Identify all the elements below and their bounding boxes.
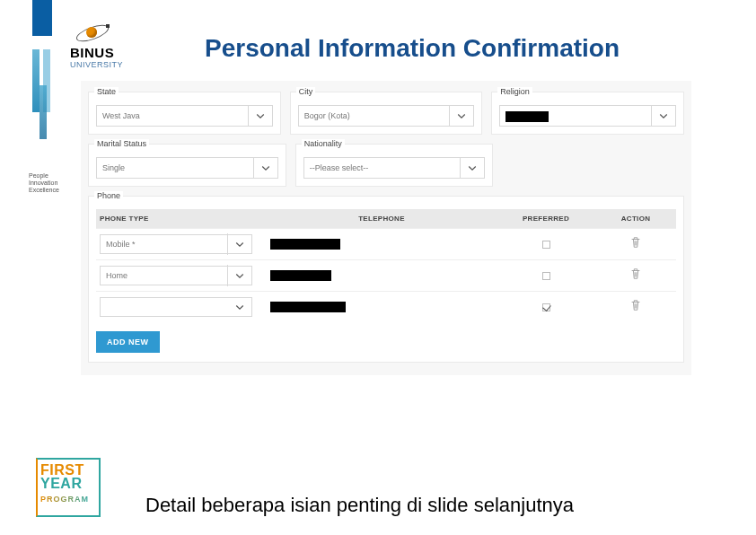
select-phone-type[interactable]: Home xyxy=(100,266,252,285)
label-state: State xyxy=(94,87,119,96)
spacer xyxy=(502,144,684,187)
satellite-icon xyxy=(75,22,113,45)
field-state: State West Java xyxy=(88,92,281,135)
chevron-down-icon xyxy=(652,110,675,121)
label-phone: Phone xyxy=(94,191,123,200)
select-value: Bogor (Kota) xyxy=(299,105,451,127)
field-city: City Bogor (Kota) xyxy=(290,92,483,135)
logo-name: BINUS xyxy=(70,45,160,60)
select-value: Mobile * xyxy=(101,233,228,255)
preferred-checkbox[interactable] xyxy=(542,272,550,280)
select-phone-type[interactable]: Mobile * xyxy=(100,234,252,254)
label-religion: Religion xyxy=(497,87,532,96)
form-panel: State West Java City Bogor (Kota) Religi… xyxy=(81,81,691,375)
phone-section: Phone PHONE TYPE TELEPHONE PREFERRED ACT… xyxy=(88,196,684,363)
chevron-down-icon xyxy=(461,162,484,173)
binus-logo: BINUS UNIVERSITY xyxy=(70,22,160,69)
select-state[interactable]: West Java xyxy=(96,105,273,127)
field-religion: Religion xyxy=(491,92,684,135)
select-value: Home xyxy=(101,265,228,286)
th-preferred: PREFERRED xyxy=(497,209,595,228)
select-nationality[interactable]: --Please select-- xyxy=(303,157,486,179)
select-value: Single xyxy=(97,157,254,179)
chevron-down-icon xyxy=(254,162,277,173)
page-title: Personal Information Confirmation xyxy=(205,34,620,63)
first-year-program-logo: FIRST YEAR PROGRAM xyxy=(36,458,101,517)
side-caption: People Innovation Excellence xyxy=(29,172,70,194)
table-row: Mobile * xyxy=(96,228,676,259)
add-new-button[interactable]: ADD NEW xyxy=(96,331,160,353)
redacted-text xyxy=(270,270,331,281)
footnote-text: Detail beberapa isian penting di slide s… xyxy=(145,494,574,517)
th-phone-type: PHONE TYPE xyxy=(96,209,267,228)
label-nationality: Nationality xyxy=(302,139,345,148)
chevron-down-icon xyxy=(450,110,473,121)
table-row xyxy=(96,291,676,322)
select-religion[interactable] xyxy=(499,105,676,127)
field-marital: Marital Status Single xyxy=(88,144,286,187)
select-marital[interactable]: Single xyxy=(96,157,278,179)
select-value: West Java xyxy=(97,105,249,127)
select-value: --Please select-- xyxy=(304,157,462,179)
chevron-down-icon xyxy=(228,270,251,281)
chevron-down-icon xyxy=(228,302,251,312)
logo-subtitle: UNIVERSITY xyxy=(70,60,160,69)
redacted-text xyxy=(505,111,549,122)
chevron-down-icon xyxy=(228,239,251,250)
preferred-checkbox[interactable] xyxy=(542,303,550,311)
trash-icon[interactable] xyxy=(629,268,642,280)
select-city[interactable]: Bogor (Kota) xyxy=(298,105,475,127)
trash-icon[interactable] xyxy=(629,299,642,311)
redacted-text xyxy=(270,239,340,250)
th-telephone: TELEPHONE xyxy=(267,209,497,228)
field-nationality: Nationality --Please select-- xyxy=(295,144,494,187)
label-city: City xyxy=(296,87,316,96)
select-phone-type[interactable] xyxy=(100,297,252,317)
th-action: ACTION xyxy=(595,209,676,228)
phone-table-header: PHONE TYPE TELEPHONE PREFERRED ACTION xyxy=(96,209,676,228)
label-marital: Marital Status xyxy=(94,139,149,148)
trash-icon[interactable] xyxy=(629,236,642,249)
preferred-checkbox[interactable] xyxy=(542,241,550,249)
select-value xyxy=(500,105,652,127)
table-row: Home xyxy=(96,259,676,291)
redacted-text xyxy=(270,302,346,312)
chevron-down-icon xyxy=(249,110,272,121)
